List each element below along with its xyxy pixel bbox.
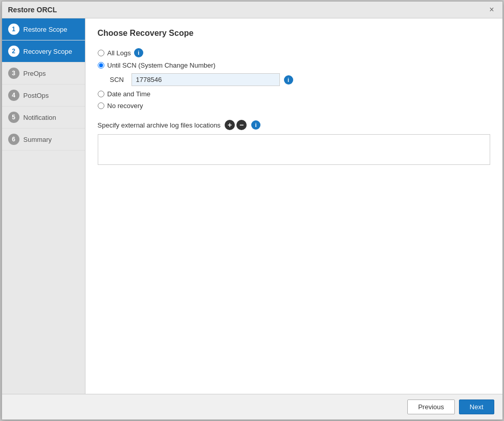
restore-dialog: Restore ORCL × 1 Restore Scope 2 Recover… <box>2 1 503 420</box>
sidebar-item-postops[interactable]: 4 PostOps <box>2 85 85 107</box>
sidebar-num-5: 5 <box>8 112 19 123</box>
info-icon-all-logs[interactable]: i <box>134 48 143 57</box>
sidebar-label-4: PostOps <box>24 92 49 99</box>
dialog-header: Restore ORCL × <box>2 2 502 18</box>
sidebar-label-3: PreOps <box>24 70 46 77</box>
sidebar-label-2: Recovery Scope <box>24 48 72 55</box>
radio-date-time-label[interactable]: Date and Time <box>107 90 151 98</box>
close-button[interactable]: × <box>487 6 496 14</box>
info-icon-scn[interactable]: i <box>284 75 293 85</box>
archive-label: Specify external archive log files locat… <box>98 121 221 129</box>
sidebar-num-6: 6 <box>8 134 19 145</box>
radio-no-recovery-label[interactable]: No recovery <box>107 102 143 110</box>
archive-add-button[interactable]: + <box>225 120 235 130</box>
sidebar-label-1: Restore Scope <box>24 26 68 33</box>
scn-row: SCN i <box>110 73 490 86</box>
section-title: Choose Recovery Scope <box>98 29 490 38</box>
scn-input[interactable] <box>132 73 280 86</box>
sidebar-label-5: Notification <box>24 114 56 121</box>
radio-row-all-logs: All Logs i <box>98 48 490 57</box>
radio-until-scn[interactable] <box>98 62 104 69</box>
radio-all-logs[interactable] <box>98 50 104 56</box>
dialog-title: Restore ORCL <box>8 6 57 14</box>
radio-date-time[interactable] <box>98 91 104 97</box>
dialog-body: 1 Restore Scope 2 Recovery Scope 3 PreOp… <box>2 18 502 394</box>
archive-section: Specify external archive log files locat… <box>98 120 490 166</box>
dialog-footer: Previous Next <box>2 394 502 419</box>
sidebar-num-4: 4 <box>8 90 19 101</box>
previous-button[interactable]: Previous <box>407 399 455 414</box>
radio-row-date-time: Date and Time <box>98 90 490 98</box>
archive-remove-button[interactable]: − <box>236 120 247 130</box>
scn-label: SCN <box>110 76 125 83</box>
sidebar-label-6: Summary <box>24 136 52 143</box>
archive-textarea[interactable] <box>98 134 490 165</box>
info-icon-archive[interactable]: i <box>251 120 260 130</box>
sidebar-item-recovery-scope[interactable]: 2 Recovery Scope <box>2 40 85 62</box>
radio-row-no-recovery: No recovery <box>98 102 490 110</box>
radio-all-logs-label[interactable]: All Logs <box>107 49 131 57</box>
sidebar: 1 Restore Scope 2 Recovery Scope 3 PreOp… <box>2 18 85 394</box>
radio-until-scn-label[interactable]: Until SCN (System Change Number) <box>107 61 216 69</box>
sidebar-num-3: 3 <box>8 68 19 79</box>
sidebar-item-summary[interactable]: 6 Summary <box>2 129 85 151</box>
main-content: Choose Recovery Scope All Logs i Until S… <box>85 18 502 394</box>
sidebar-num-1: 1 <box>8 24 19 35</box>
radio-row-until-scn: Until SCN (System Change Number) <box>98 61 490 69</box>
archive-label-row: Specify external archive log files locat… <box>98 120 490 130</box>
sidebar-item-restore-scope[interactable]: 1 Restore Scope <box>2 18 85 40</box>
sidebar-item-notification[interactable]: 5 Notification <box>2 107 85 129</box>
next-button[interactable]: Next <box>459 399 494 414</box>
sidebar-num-2: 2 <box>8 46 19 57</box>
sidebar-item-preops[interactable]: 3 PreOps <box>2 62 85 85</box>
radio-no-recovery[interactable] <box>98 102 104 109</box>
